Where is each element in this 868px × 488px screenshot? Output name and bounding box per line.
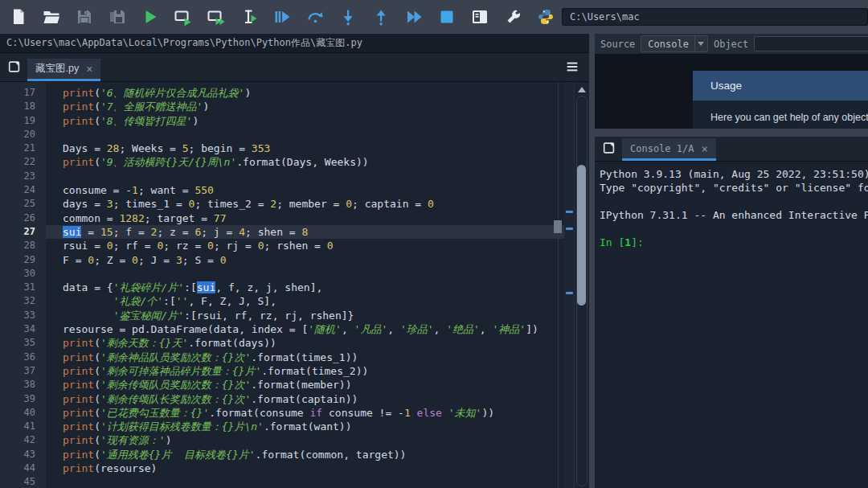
code-line-45[interactable]: 45 — [0, 475, 564, 488]
debug-file-button[interactable] — [265, 2, 298, 31]
editor-tab-active[interactable]: 藏宝图.py × — [27, 59, 100, 81]
line-number: 37 — [0, 364, 46, 378]
code-line-19[interactable]: 19print('8、传颂皆打四星') — [0, 114, 564, 128]
line-number: 18 — [0, 100, 46, 113]
run-file-button[interactable] — [133, 2, 166, 31]
occurrence-marker — [566, 211, 573, 213]
vertical-splitter[interactable] — [589, 34, 595, 488]
code-line-27[interactable]: 27sui = 15; f = 2; z = 6; j = 4; shen = … — [0, 225, 564, 239]
line-number: 35 — [0, 336, 46, 350]
source-combobox-value: Console — [648, 39, 689, 50]
working-directory-field — [562, 8, 868, 26]
source-combobox[interactable]: Console — [641, 35, 708, 52]
run-selection-icon — [240, 7, 259, 27]
continue-execution-button[interactable] — [397, 2, 430, 31]
line-number: 30 — [0, 267, 46, 281]
save-all-icon — [108, 7, 127, 27]
object-label: Object — [714, 39, 748, 50]
console-tab-label: Console 1/A — [630, 143, 694, 154]
code-line-21[interactable]: 21Days = 28; Weeks = 5; begin = 353 — [0, 141, 564, 155]
debug-file-icon — [272, 7, 292, 27]
code-editor[interactable]: 17print('6、随机碎片仅合成凡品礼袋')18print('7、全服不赠送… — [0, 82, 589, 488]
step-into-button[interactable] — [331, 2, 364, 31]
ipython-console[interactable]: Python 3.9.13 (main, Aug 25 2022, 23:51:… — [595, 162, 868, 488]
run-cell-button[interactable] — [166, 2, 199, 31]
code-line-43[interactable]: 43print('通用残卷{}片 目标残卷{}片'.format(common,… — [0, 448, 564, 461]
working-directory-input[interactable] — [562, 8, 868, 26]
code-line-38[interactable]: 38print('剩余传颂队员奖励次数：{}次'.format(member)) — [0, 378, 564, 392]
maximize-pane-button[interactable] — [463, 2, 496, 31]
code-line-41[interactable]: 41print('计划获得目标残卷数量：{}片\n'.format(want)) — [0, 420, 564, 433]
code-line-37[interactable]: 37print('剩余可掉落神品碎片数量：{}片'.format(times_2… — [0, 364, 564, 378]
step-over-button[interactable] — [298, 2, 331, 31]
tab-close-icon[interactable]: × — [86, 64, 92, 75]
code-line-22[interactable]: 22print('9、活动横跨{}天/{}周\n'.format(Days, W… — [0, 155, 564, 169]
line-number: 36 — [0, 351, 46, 364]
new-file-icon — [9, 7, 28, 27]
editor-tab-label: 藏宝图.py — [35, 62, 79, 76]
code-line-39[interactable]: 39print('剩余传颂队长奖励次数：{}次'.format(captain)… — [0, 392, 564, 406]
code-line-25[interactable]: 25days = 3; times_1 = 0; times_2 = 2; me… — [0, 197, 564, 211]
horizontal-splitter[interactable] — [595, 129, 868, 137]
chevron-down-icon[interactable] — [694, 36, 707, 51]
code-line-28[interactable]: 28rsui = 0; rf = 0; rz = 0; rj = 0; rshe… — [0, 239, 564, 252]
console-line — [600, 222, 868, 236]
editor-scrollbar[interactable] — [574, 82, 589, 488]
stop-execution-button[interactable] — [430, 2, 463, 31]
code-line-31[interactable]: 31data = {'礼袋碎片/片':[sui, f, z, j, shen], — [0, 281, 564, 294]
console-line: Type "copyright", "credits" or "license"… — [600, 181, 868, 195]
line-number: 42 — [0, 433, 46, 447]
step-return-button[interactable] — [364, 2, 397, 31]
code-line-40[interactable]: 40print('已花费勾玉数量：{}'.format(consume if c… — [0, 406, 564, 420]
line-number: 23 — [0, 170, 46, 183]
code-line-18[interactable]: 18print('7、全服不赠送神品') — [0, 100, 564, 113]
code-line-44[interactable]: 44print(resourse) — [0, 461, 564, 475]
tab-close-icon[interactable]: × — [701, 143, 707, 154]
code-line-30[interactable]: 30 — [0, 267, 564, 281]
maximize-pane-icon — [470, 7, 489, 27]
console-tab-active[interactable]: Console 1/A × — [622, 138, 716, 161]
line-number: 38 — [0, 378, 46, 392]
scrollbar-thumb[interactable] — [577, 165, 586, 306]
code-line-35[interactable]: 35print('剩余天数：{}天'.format(days)) — [0, 336, 564, 350]
line-number: 43 — [0, 448, 46, 461]
code-line-26[interactable]: 26common = 1282; target = 77 — [0, 211, 564, 225]
code-line-20[interactable]: 20 — [0, 128, 564, 141]
new-file-button[interactable] — [2, 2, 35, 31]
run-selection-button[interactable] — [232, 2, 265, 31]
code-line-23[interactable]: 23 — [0, 170, 564, 183]
stop-execution-icon — [437, 7, 457, 27]
run-cell-advance-button[interactable] — [199, 2, 232, 31]
save-all-button[interactable] — [100, 2, 133, 31]
editor-tabbar: 藏宝图.py × — [0, 53, 589, 82]
browse-tabs-icon[interactable] — [7, 59, 22, 74]
code-line-32[interactable]: 32 '礼袋/个':['', F, Z, J, S], — [0, 294, 564, 308]
python-interpreter-button[interactable] — [529, 2, 562, 31]
preferences-button[interactable] — [496, 2, 529, 31]
code-line-24[interactable]: 24consume = -1; want = 550 — [0, 183, 564, 197]
line-number: 39 — [0, 392, 46, 406]
usage-text: Here you can get help of any object by p… — [693, 100, 868, 123]
code-line-34[interactable]: 34resourse = pd.DataFrame(data, index = … — [0, 322, 564, 336]
line-number: 45 — [0, 475, 46, 488]
open-file-icon — [42, 7, 61, 27]
code-line-36[interactable]: 36print('剩余神品队员奖励次数：{}次'.format(times_1)… — [0, 351, 564, 364]
line-number: 21 — [0, 141, 46, 155]
save-file-button[interactable] — [68, 2, 100, 31]
code-line-17[interactable]: 17print('6、随机碎片仅合成凡品礼袋') — [0, 86, 564, 100]
object-input[interactable] — [754, 36, 868, 51]
line-number: 28 — [0, 239, 46, 252]
line-number: 33 — [0, 309, 46, 322]
code-line-42[interactable]: 42print('现有资源：') — [0, 433, 564, 447]
file-path-bar: C:\Users\mac\AppData\Local\Programs\Pyth… — [0, 34, 589, 53]
browse-tabs-icon[interactable] — [602, 141, 616, 155]
editor-options-menu-icon[interactable] — [565, 59, 579, 74]
line-number: 20 — [0, 128, 46, 141]
code-line-29[interactable]: 29F = 0; Z = 0; J = 3; S = 0 — [0, 253, 564, 267]
code-line-33[interactable]: 33 '鉴宝秘闻/片':[rsui, rf, rz, rj, rshen]} — [0, 309, 564, 322]
console-line: Python 3.9.13 (main, Aug 25 2022, 23:51:… — [600, 167, 868, 181]
open-file-button[interactable] — [35, 2, 68, 31]
spyder-window: C:\Users\mac\AppData\Local\Programs\Pyth… — [0, 0, 868, 488]
console-tabbar: Console 1/A × — [595, 137, 868, 162]
scroll-up-arrow-icon[interactable] — [578, 87, 586, 92]
